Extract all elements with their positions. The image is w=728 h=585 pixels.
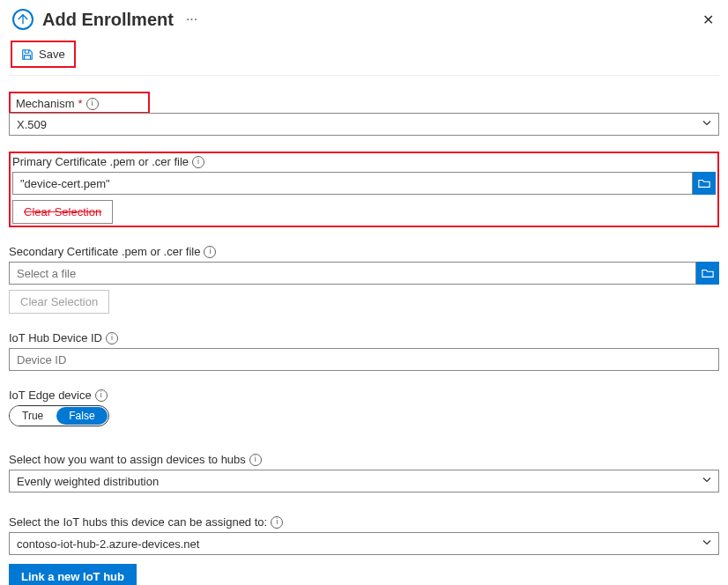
toggle-true[interactable]: True [10,406,56,426]
browse-button[interactable] [693,172,716,195]
info-icon[interactable]: i [192,156,204,168]
panel-title: Add Enrollment [42,10,174,30]
primary-cert-input[interactable] [12,172,693,195]
more-icon[interactable]: ··· [182,11,197,27]
save-label: Save [39,48,65,61]
hubs-label: Select the IoT hubs this device can be a… [9,515,267,529]
toggle-false[interactable]: False [56,407,107,425]
info-icon[interactable]: i [249,454,262,466]
secondary-cert-label: Secondary Certificate .pem or .cer file [9,245,200,258]
browse-button[interactable] [696,262,719,285]
info-icon[interactable]: i [271,516,283,529]
toolbar: Save [9,41,719,76]
info-icon[interactable]: i [95,389,108,402]
link-hub-button[interactable]: Link a new IoT hub [9,564,137,585]
edge-device-label: IoT Edge device [9,389,92,402]
primary-cert-label: Primary Certificate .pem or .cer file [12,155,189,168]
save-icon [21,48,33,61]
info-icon[interactable]: i [204,246,216,258]
clear-secondary-button: Clear Selection [9,290,109,314]
device-id-label: IoT Hub Device ID [9,331,102,344]
mechanism-label: Mechanism [16,97,74,110]
assign-label: Select how you want to assign devices to… [9,453,246,466]
secondary-cert-input[interactable] [9,262,696,285]
device-id-input[interactable] [9,348,719,371]
hubs-select[interactable]: contoso-iot-hub-2.azure-devices.net [9,532,719,555]
clear-primary-button[interactable]: Clear Selection [12,200,113,224]
info-icon[interactable]: i [86,98,99,110]
panel-header: Add Enrollment ··· ✕ [9,9,719,30]
enrollment-icon [12,9,33,30]
info-icon[interactable]: i [106,332,118,344]
save-button[interactable]: Save [12,42,74,66]
edge-device-toggle[interactable]: True False [9,405,109,426]
required-indicator: * [78,97,82,110]
close-button[interactable]: ✕ [702,11,719,28]
assign-select[interactable]: Evenly weighted distribution [9,470,719,492]
mechanism-select[interactable]: X.509 [9,113,719,136]
